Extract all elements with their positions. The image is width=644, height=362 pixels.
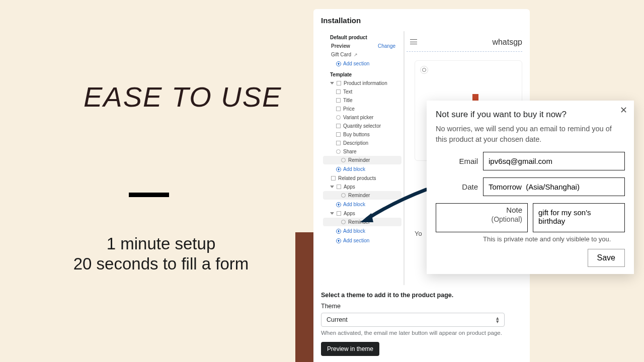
email-row: Email <box>436 152 625 170</box>
add-block-2[interactable]: Add block <box>321 200 404 209</box>
related-products-row[interactable]: Related products <box>321 174 404 183</box>
divider-dashed <box>407 51 522 52</box>
hero-title: EASE TO USE <box>84 80 282 113</box>
plus-icon <box>336 61 341 66</box>
date-row: Date <box>436 177 625 196</box>
brand-name: whatsgp <box>492 38 522 47</box>
editor-sidebar: Default product Preview Change Gift Card… <box>321 31 404 285</box>
buy-icon <box>336 132 341 137</box>
gift-card-text: Gift Card <box>331 52 351 57</box>
subhead-line-2: 20 seconds to fill a form <box>73 254 249 273</box>
save-button[interactable]: Save <box>588 249 625 267</box>
divider <box>129 193 169 197</box>
select-chevron-icon: ▴▾ <box>496 316 499 323</box>
apps-icon <box>337 211 341 216</box>
note-field[interactable] <box>533 203 625 232</box>
share-icon <box>336 149 341 154</box>
theme-picker-heading: Select a theme to add it to the product … <box>321 292 505 299</box>
note-label: Note (Optional) <box>436 203 528 232</box>
template-label: Template <box>321 68 404 79</box>
magnifier-icon[interactable] <box>420 66 428 74</box>
modal-title: Not sure if you want to buy it now? <box>436 110 625 120</box>
reminder-form-modal: ✕ Not sure if you want to buy it now? No… <box>427 101 634 274</box>
apps-reminder-1[interactable]: Reminder <box>323 191 401 200</box>
item-description[interactable]: Description <box>321 139 404 147</box>
caret-down-icon <box>330 212 334 215</box>
item-quantity-selector[interactable]: Quantity selector <box>321 122 404 130</box>
theme-label: Theme <box>321 303 505 310</box>
title-icon <box>336 98 341 103</box>
preview-label: Preview <box>331 43 350 49</box>
reminder-icon <box>341 220 346 224</box>
add-section-2[interactable]: Add section <box>321 236 404 245</box>
note-sublabel: (Optional) <box>441 215 522 224</box>
item-title[interactable]: Title <box>321 96 404 105</box>
plus-icon <box>336 229 341 234</box>
installation-title: Installation <box>321 16 361 25</box>
accent-strip <box>295 232 313 362</box>
item-text[interactable]: Text <box>321 87 404 96</box>
email-field[interactable] <box>483 152 625 170</box>
apps-reminder-2[interactable]: Reminder <box>323 218 401 226</box>
subhead-line-1: 1 minute setup <box>107 234 215 253</box>
item-reminder[interactable]: Reminder <box>323 156 401 164</box>
note-help-text: This is private note and only visiblele … <box>483 235 625 243</box>
note-row: Note (Optional) <box>436 203 625 232</box>
theme-picker: Select a theme to add it to the product … <box>321 292 505 356</box>
add-section-text: Add section <box>343 61 369 66</box>
section-icon <box>337 81 341 85</box>
plus-icon <box>336 167 341 172</box>
item-share[interactable]: Share <box>321 147 404 156</box>
item-variant-picker[interactable]: Variant picker <box>321 113 404 122</box>
text-icon <box>336 89 341 94</box>
variant-icon <box>336 115 341 120</box>
caret-down-icon <box>330 82 334 84</box>
add-block-3[interactable]: Add block <box>321 226 404 236</box>
hero-subhead: 1 minute setup 20 seconds to fill a form <box>30 234 292 274</box>
preview-in-theme-button[interactable]: Preview in theme <box>321 342 379 356</box>
default-product-label: Default product <box>321 31 404 42</box>
apps-row-2[interactable]: Apps <box>321 209 404 218</box>
email-label: Email <box>436 157 478 165</box>
product-information-text: Product information <box>344 80 387 86</box>
change-link[interactable]: Change <box>378 43 399 49</box>
modal-description: No worries, we will send you an email to… <box>436 124 625 145</box>
description-icon <box>336 141 341 145</box>
price-icon <box>336 107 341 111</box>
item-price[interactable]: Price <box>321 105 404 113</box>
plus-icon <box>336 202 341 207</box>
plus-icon <box>336 238 341 243</box>
theme-select[interactable]: Current ▴▾ <box>321 313 505 327</box>
external-link-icon: ↗ <box>354 52 358 57</box>
apps-row-1[interactable]: Apps <box>321 183 404 191</box>
gift-card-row[interactable]: Gift Card ↗ <box>321 50 404 59</box>
product-information-row[interactable]: Product information <box>321 79 404 87</box>
reminder-icon <box>341 158 346 162</box>
date-field[interactable] <box>483 177 625 196</box>
marketing-panel: EASE TO USE 1 minute setup 20 seconds to… <box>0 0 302 362</box>
theme-helper-text: When activated, the email me later butto… <box>321 330 505 336</box>
close-icon[interactable]: ✕ <box>619 106 628 115</box>
add-section-link[interactable]: Add section <box>321 59 404 68</box>
reminder-icon <box>341 193 346 198</box>
truncated-text: Yo <box>415 230 422 237</box>
add-block-1[interactable]: Add block <box>321 164 404 174</box>
date-label: Date <box>436 183 478 191</box>
quantity-icon <box>336 124 341 128</box>
theme-select-value: Current <box>327 316 348 323</box>
apps-icon <box>337 185 341 189</box>
caret-down-icon <box>330 186 334 188</box>
related-icon <box>331 176 336 180</box>
hamburger-icon[interactable] <box>410 39 417 44</box>
preview-row: Preview Change <box>321 42 404 50</box>
item-buy-buttons[interactable]: Buy buttons <box>321 130 404 139</box>
